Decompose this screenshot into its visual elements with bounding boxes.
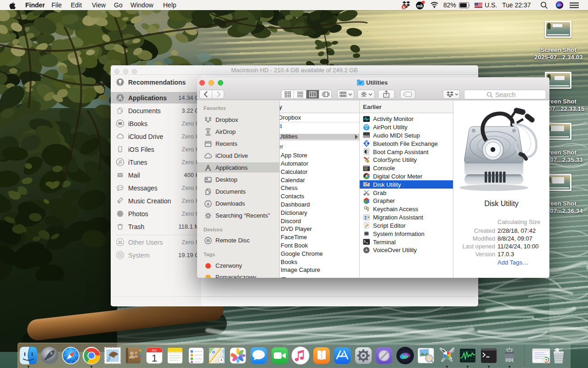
svg-text:1: 1 xyxy=(151,352,157,364)
svg-text:A: A xyxy=(213,351,215,354)
svg-text:6: 6 xyxy=(403,5,405,10)
svg-text:mk: mk xyxy=(417,4,423,8)
svg-text:JUL: JUL xyxy=(151,349,157,352)
